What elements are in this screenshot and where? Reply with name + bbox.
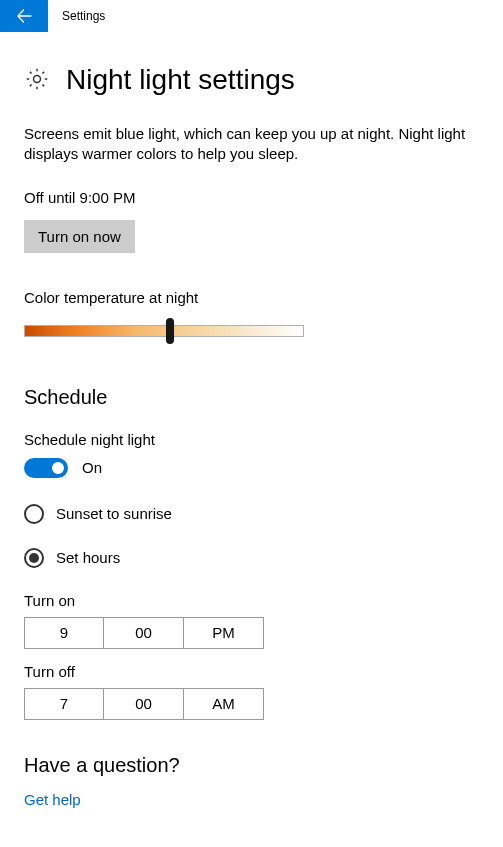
schedule-header: Schedule [24, 386, 479, 409]
color-temperature-slider[interactable] [24, 316, 304, 342]
content-area: Night light settings Screens emit blue l… [0, 32, 503, 808]
page-description: Screens emit blue light, which can keep … [24, 124, 479, 165]
page-title-row: Night light settings [24, 64, 479, 96]
turn-off-hour[interactable]: 7 [24, 688, 104, 720]
radio-set-hours[interactable]: Set hours [24, 548, 479, 568]
page-title: Night light settings [66, 64, 295, 96]
radio-icon [24, 548, 44, 568]
window-title: Settings [48, 9, 105, 23]
radio-label: Sunset to sunrise [56, 505, 172, 522]
toggle-knob [52, 462, 64, 474]
color-temperature-label: Color temperature at night [24, 289, 479, 306]
schedule-toggle-label: Schedule night light [24, 431, 479, 448]
back-button[interactable] [0, 0, 48, 32]
turn-on-now-button[interactable]: Turn on now [24, 220, 135, 253]
radio-label: Set hours [56, 549, 120, 566]
night-light-status: Off until 9:00 PM [24, 189, 479, 206]
title-bar: Settings [0, 0, 503, 32]
slider-track [24, 325, 304, 337]
help-header: Have a question? [24, 754, 479, 777]
turn-on-ampm[interactable]: PM [184, 617, 264, 649]
turn-off-minute[interactable]: 00 [104, 688, 184, 720]
radio-sunset-to-sunrise[interactable]: Sunset to sunrise [24, 504, 479, 524]
turn-off-ampm[interactable]: AM [184, 688, 264, 720]
schedule-toggle[interactable] [24, 458, 68, 478]
slider-thumb[interactable] [166, 318, 174, 344]
turn-on-hour[interactable]: 9 [24, 617, 104, 649]
turn-on-time-picker: 9 00 PM [24, 617, 479, 649]
get-help-link[interactable]: Get help [24, 791, 479, 808]
svg-point-0 [34, 75, 41, 82]
radio-icon [24, 504, 44, 524]
arrow-left-icon [16, 8, 32, 24]
schedule-toggle-row: On [24, 458, 479, 478]
radio-dot-icon [29, 553, 39, 563]
schedule-toggle-state: On [82, 459, 102, 476]
gear-icon [24, 66, 50, 95]
turn-on-label: Turn on [24, 592, 479, 609]
turn-off-time-picker: 7 00 AM [24, 688, 479, 720]
turn-off-label: Turn off [24, 663, 479, 680]
turn-on-minute[interactable]: 00 [104, 617, 184, 649]
